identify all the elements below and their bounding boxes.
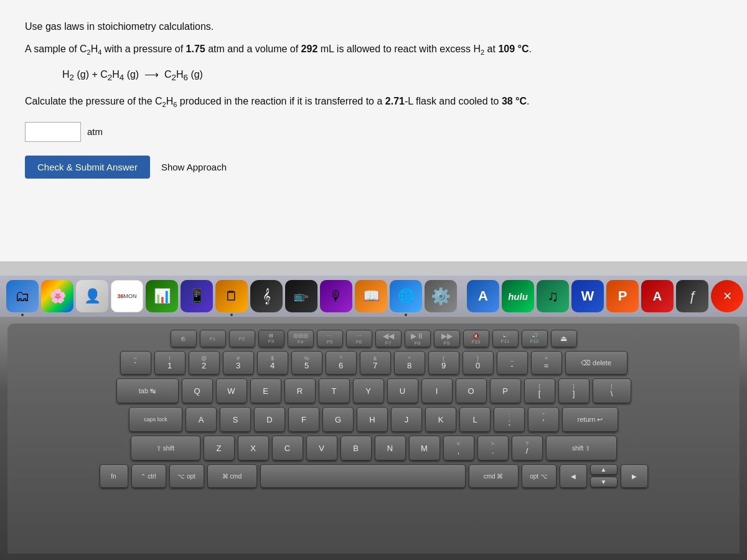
key-u[interactable]: U [387, 378, 418, 403]
key-f2[interactable]: F2 [229, 330, 255, 347]
dock-icon-spotify[interactable]: ♫ [537, 280, 569, 312]
key-delete[interactable]: ⌫ delete [565, 351, 627, 375]
key-f3[interactable]: ⊟ F3 [258, 330, 284, 347]
key-f7[interactable]: ◀◀ F7 [375, 330, 402, 347]
key-arrow-up[interactable]: ▲ [590, 464, 618, 475]
key-f11[interactable]: 🔉 F11 [492, 330, 519, 347]
key-f10[interactable]: 🔇 F10 [463, 330, 489, 347]
dock-icon-books[interactable]: 📖 [355, 280, 387, 312]
key-f4[interactable]: ⊞⊞⊞ F4 [288, 330, 314, 347]
key-l[interactable]: L [459, 407, 491, 432]
key-cmd-l[interactable]: ⌘ cmd [207, 464, 257, 488]
key-lbracket[interactable]: {[ [524, 378, 555, 403]
key-c[interactable]: C [272, 436, 303, 460]
key-k[interactable]: K [425, 407, 456, 432]
dock-icon-finder[interactable]: 🗂 [6, 280, 39, 312]
key-d[interactable]: D [254, 407, 285, 432]
key-t[interactable]: T [319, 378, 350, 403]
key-p[interactable]: P [490, 378, 521, 403]
key-backtick[interactable]: ~` [120, 351, 151, 375]
dock-icon-chrome[interactable]: 🌐 [390, 280, 422, 312]
key-arrow-left[interactable]: ◀ [560, 464, 587, 488]
answer-input[interactable] [25, 122, 81, 142]
dock-icon-music[interactable]: 𝄞 [250, 280, 283, 312]
key-ctrl[interactable]: ⌃ ctrl [131, 464, 166, 488]
key-e[interactable]: E [250, 378, 281, 403]
key-3[interactable]: #3 [223, 351, 254, 375]
key-0[interactable]: )0 [463, 351, 494, 375]
key-8[interactable]: *8 [394, 351, 425, 375]
key-z[interactable]: Z [204, 436, 235, 460]
dock-icon-hulu[interactable]: hulu [502, 280, 534, 312]
key-4[interactable]: $4 [257, 351, 288, 375]
key-9[interactable]: (9 [428, 351, 459, 375]
dock-icon-contacts[interactable]: 👤 [76, 280, 108, 312]
key-m[interactable]: M [409, 436, 440, 460]
key-b[interactable]: B [341, 436, 372, 460]
dock-icon-script[interactable]: ƒ [676, 280, 708, 312]
key-n[interactable]: N [375, 436, 406, 460]
key-fn[interactable]: fn [100, 464, 128, 488]
key-f1[interactable]: F1 [200, 330, 226, 347]
key-escape[interactable]: ⎋ [171, 330, 197, 347]
dock-icon-close[interactable]: ✕ [711, 280, 743, 312]
key-capslock[interactable]: caps lock [129, 407, 182, 432]
dock-icon-photos[interactable]: 🌸 [41, 280, 73, 312]
key-equals[interactable]: += [531, 351, 562, 375]
check-submit-button[interactable]: Check & Submit Answer [25, 156, 150, 179]
dock-icon-podcasts[interactable]: 🎙 [320, 280, 352, 312]
key-x[interactable]: X [238, 436, 269, 460]
key-period[interactable]: >. [477, 436, 509, 460]
key-w[interactable]: W [216, 378, 247, 403]
dock-icon-notes[interactable]: 🗒 [215, 280, 248, 312]
dock-icon-appletv[interactable]: 📺 tv [285, 280, 317, 312]
key-r[interactable]: R [284, 378, 316, 403]
key-o[interactable]: O [456, 378, 487, 403]
key-f5[interactable]: ⋯ F5 [317, 330, 343, 347]
key-a[interactable]: A [186, 407, 217, 432]
dock-icon-screentime[interactable]: 📱 [181, 280, 213, 312]
key-slash[interactable]: ?/ [512, 436, 543, 460]
key-f8[interactable]: ▶⏸ F8 [405, 330, 431, 347]
key-comma[interactable]: <, [443, 436, 474, 460]
key-semicolon[interactable]: :; [494, 407, 525, 432]
key-7[interactable]: &7 [360, 351, 391, 375]
key-return[interactable]: return ↩ [562, 407, 618, 432]
key-option-r[interactable]: opt ⌥ [522, 464, 557, 488]
key-f9[interactable]: ▶▶ F9 [434, 330, 460, 347]
dock-icon-translate[interactable]: A [467, 280, 499, 312]
key-f[interactable]: F [288, 407, 319, 432]
key-tab[interactable]: tab ↹ [116, 378, 179, 403]
key-g[interactable]: G [322, 407, 354, 432]
key-v[interactable]: V [306, 436, 337, 460]
key-arrow-down[interactable]: ▼ [590, 477, 618, 487]
key-f6[interactable]: ⋯ F6 [346, 330, 372, 347]
key-h[interactable]: H [357, 407, 388, 432]
key-y[interactable]: Y [353, 378, 384, 403]
key-6[interactable]: ^6 [326, 351, 357, 375]
key-power[interactable]: ⏏ [551, 330, 577, 347]
key-backslash[interactable]: |\ [593, 378, 631, 403]
dock-icon-settings[interactable]: ⚙️ [425, 280, 457, 312]
key-shift-r[interactable]: shift ⇧ [546, 436, 617, 460]
dock-icon-word[interactable]: W [571, 280, 604, 312]
key-minus[interactable]: _- [497, 351, 528, 375]
key-1[interactable]: !1 [154, 351, 186, 375]
dock-icon-acrobat[interactable]: A [641, 280, 674, 312]
key-quote[interactable]: "' [528, 407, 559, 432]
key-arrow-right[interactable]: ▶ [621, 464, 648, 488]
key-f12[interactable]: 🔊 F12 [522, 330, 548, 347]
key-j[interactable]: J [391, 407, 422, 432]
dock-icon-powerpoint[interactable]: P [606, 280, 639, 312]
key-cmd-r[interactable]: cmd ⌘ [469, 464, 519, 488]
key-space[interactable] [260, 464, 466, 488]
key-shift-l[interactable]: ⇧ shift [131, 436, 200, 460]
key-5[interactable]: %5 [291, 351, 322, 375]
key-option[interactable]: ⌥ opt [169, 464, 204, 488]
key-q[interactable]: Q [182, 378, 213, 403]
key-2[interactable]: @2 [189, 351, 220, 375]
key-i[interactable]: I [421, 378, 453, 403]
key-s[interactable]: S [220, 407, 251, 432]
key-rbracket[interactable]: }] [558, 378, 590, 403]
dock-icon-calendar[interactable]: 36 MON [111, 280, 143, 312]
